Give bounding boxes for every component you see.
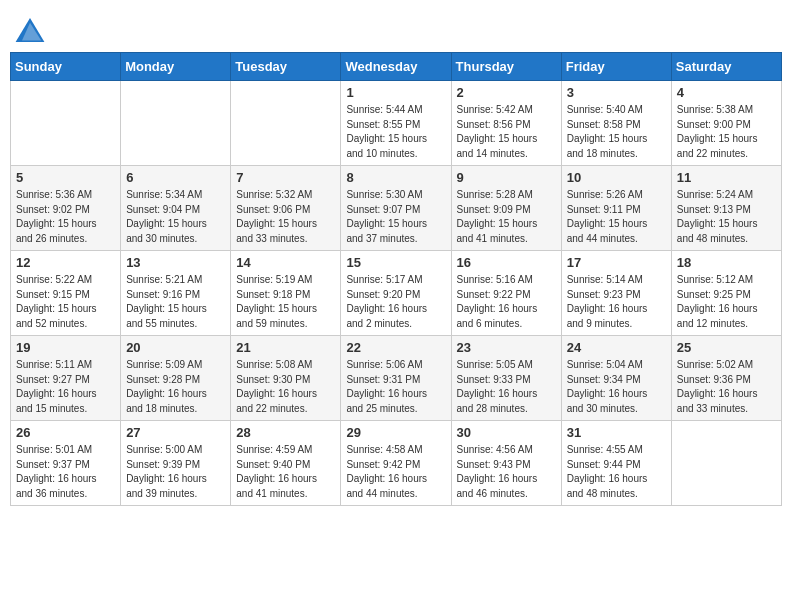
day-number: 4 — [677, 85, 776, 100]
cell-content: Sunrise: 5:21 AM Sunset: 9:16 PM Dayligh… — [126, 273, 225, 331]
cell-content: Sunrise: 5:34 AM Sunset: 9:04 PM Dayligh… — [126, 188, 225, 246]
cell-content: Sunrise: 5:17 AM Sunset: 9:20 PM Dayligh… — [346, 273, 445, 331]
cell-content: Sunrise: 5:42 AM Sunset: 8:56 PM Dayligh… — [457, 103, 556, 161]
cell-content: Sunrise: 5:00 AM Sunset: 9:39 PM Dayligh… — [126, 443, 225, 501]
cell-content: Sunrise: 4:55 AM Sunset: 9:44 PM Dayligh… — [567, 443, 666, 501]
calendar-cell: 23Sunrise: 5:05 AM Sunset: 9:33 PM Dayli… — [451, 336, 561, 421]
cell-content: Sunrise: 5:22 AM Sunset: 9:15 PM Dayligh… — [16, 273, 115, 331]
calendar-cell: 13Sunrise: 5:21 AM Sunset: 9:16 PM Dayli… — [121, 251, 231, 336]
day-number: 31 — [567, 425, 666, 440]
cell-content: Sunrise: 5:01 AM Sunset: 9:37 PM Dayligh… — [16, 443, 115, 501]
calendar-cell: 26Sunrise: 5:01 AM Sunset: 9:37 PM Dayli… — [11, 421, 121, 506]
day-number: 5 — [16, 170, 115, 185]
cell-content: Sunrise: 4:58 AM Sunset: 9:42 PM Dayligh… — [346, 443, 445, 501]
logo-icon — [14, 16, 46, 44]
cell-content: Sunrise: 5:04 AM Sunset: 9:34 PM Dayligh… — [567, 358, 666, 416]
day-number: 15 — [346, 255, 445, 270]
cell-content: Sunrise: 5:19 AM Sunset: 9:18 PM Dayligh… — [236, 273, 335, 331]
calendar-cell: 9Sunrise: 5:28 AM Sunset: 9:09 PM Daylig… — [451, 166, 561, 251]
day-number: 3 — [567, 85, 666, 100]
day-number: 28 — [236, 425, 335, 440]
day-number: 21 — [236, 340, 335, 355]
calendar-cell: 18Sunrise: 5:12 AM Sunset: 9:25 PM Dayli… — [671, 251, 781, 336]
calendar-cell: 3Sunrise: 5:40 AM Sunset: 8:58 PM Daylig… — [561, 81, 671, 166]
calendar-cell: 29Sunrise: 4:58 AM Sunset: 9:42 PM Dayli… — [341, 421, 451, 506]
calendar-week-row: 26Sunrise: 5:01 AM Sunset: 9:37 PM Dayli… — [11, 421, 782, 506]
day-number: 12 — [16, 255, 115, 270]
calendar-header-row: SundayMondayTuesdayWednesdayThursdayFrid… — [11, 53, 782, 81]
cell-content: Sunrise: 5:16 AM Sunset: 9:22 PM Dayligh… — [457, 273, 556, 331]
day-number: 11 — [677, 170, 776, 185]
day-of-week-header: Thursday — [451, 53, 561, 81]
cell-content: Sunrise: 5:44 AM Sunset: 8:55 PM Dayligh… — [346, 103, 445, 161]
cell-content: Sunrise: 5:11 AM Sunset: 9:27 PM Dayligh… — [16, 358, 115, 416]
cell-content: Sunrise: 5:38 AM Sunset: 9:00 PM Dayligh… — [677, 103, 776, 161]
calendar-cell — [671, 421, 781, 506]
cell-content: Sunrise: 5:32 AM Sunset: 9:06 PM Dayligh… — [236, 188, 335, 246]
day-number: 25 — [677, 340, 776, 355]
calendar-table: SundayMondayTuesdayWednesdayThursdayFrid… — [10, 52, 782, 506]
day-number: 1 — [346, 85, 445, 100]
calendar-cell: 2Sunrise: 5:42 AM Sunset: 8:56 PM Daylig… — [451, 81, 561, 166]
calendar-cell: 11Sunrise: 5:24 AM Sunset: 9:13 PM Dayli… — [671, 166, 781, 251]
calendar-cell — [231, 81, 341, 166]
calendar-cell: 22Sunrise: 5:06 AM Sunset: 9:31 PM Dayli… — [341, 336, 451, 421]
cell-content: Sunrise: 5:06 AM Sunset: 9:31 PM Dayligh… — [346, 358, 445, 416]
day-number: 13 — [126, 255, 225, 270]
day-number: 8 — [346, 170, 445, 185]
day-of-week-header: Wednesday — [341, 53, 451, 81]
calendar-cell: 30Sunrise: 4:56 AM Sunset: 9:43 PM Dayli… — [451, 421, 561, 506]
calendar-cell: 19Sunrise: 5:11 AM Sunset: 9:27 PM Dayli… — [11, 336, 121, 421]
day-number: 17 — [567, 255, 666, 270]
day-of-week-header: Friday — [561, 53, 671, 81]
logo — [14, 16, 48, 44]
cell-content: Sunrise: 5:40 AM Sunset: 8:58 PM Dayligh… — [567, 103, 666, 161]
cell-content: Sunrise: 5:05 AM Sunset: 9:33 PM Dayligh… — [457, 358, 556, 416]
calendar-cell: 24Sunrise: 5:04 AM Sunset: 9:34 PM Dayli… — [561, 336, 671, 421]
calendar-week-row: 19Sunrise: 5:11 AM Sunset: 9:27 PM Dayli… — [11, 336, 782, 421]
day-of-week-header: Tuesday — [231, 53, 341, 81]
day-number: 9 — [457, 170, 556, 185]
day-number: 29 — [346, 425, 445, 440]
cell-content: Sunrise: 5:12 AM Sunset: 9:25 PM Dayligh… — [677, 273, 776, 331]
cell-content: Sunrise: 5:30 AM Sunset: 9:07 PM Dayligh… — [346, 188, 445, 246]
calendar-cell: 27Sunrise: 5:00 AM Sunset: 9:39 PM Dayli… — [121, 421, 231, 506]
cell-content: Sunrise: 4:59 AM Sunset: 9:40 PM Dayligh… — [236, 443, 335, 501]
day-number: 20 — [126, 340, 225, 355]
cell-content: Sunrise: 4:56 AM Sunset: 9:43 PM Dayligh… — [457, 443, 556, 501]
day-number: 18 — [677, 255, 776, 270]
calendar-cell: 15Sunrise: 5:17 AM Sunset: 9:20 PM Dayli… — [341, 251, 451, 336]
cell-content: Sunrise: 5:26 AM Sunset: 9:11 PM Dayligh… — [567, 188, 666, 246]
day-number: 16 — [457, 255, 556, 270]
day-number: 30 — [457, 425, 556, 440]
calendar-cell: 12Sunrise: 5:22 AM Sunset: 9:15 PM Dayli… — [11, 251, 121, 336]
day-number: 19 — [16, 340, 115, 355]
calendar-cell: 16Sunrise: 5:16 AM Sunset: 9:22 PM Dayli… — [451, 251, 561, 336]
cell-content: Sunrise: 5:14 AM Sunset: 9:23 PM Dayligh… — [567, 273, 666, 331]
calendar-cell: 10Sunrise: 5:26 AM Sunset: 9:11 PM Dayli… — [561, 166, 671, 251]
day-of-week-header: Saturday — [671, 53, 781, 81]
calendar-cell: 6Sunrise: 5:34 AM Sunset: 9:04 PM Daylig… — [121, 166, 231, 251]
day-number: 23 — [457, 340, 556, 355]
day-number: 22 — [346, 340, 445, 355]
day-number: 6 — [126, 170, 225, 185]
calendar-week-row: 1Sunrise: 5:44 AM Sunset: 8:55 PM Daylig… — [11, 81, 782, 166]
calendar-cell — [11, 81, 121, 166]
calendar-cell: 5Sunrise: 5:36 AM Sunset: 9:02 PM Daylig… — [11, 166, 121, 251]
calendar-cell: 17Sunrise: 5:14 AM Sunset: 9:23 PM Dayli… — [561, 251, 671, 336]
calendar-cell: 31Sunrise: 4:55 AM Sunset: 9:44 PM Dayli… — [561, 421, 671, 506]
calendar-cell: 8Sunrise: 5:30 AM Sunset: 9:07 PM Daylig… — [341, 166, 451, 251]
cell-content: Sunrise: 5:09 AM Sunset: 9:28 PM Dayligh… — [126, 358, 225, 416]
cell-content: Sunrise: 5:24 AM Sunset: 9:13 PM Dayligh… — [677, 188, 776, 246]
calendar-cell: 1Sunrise: 5:44 AM Sunset: 8:55 PM Daylig… — [341, 81, 451, 166]
day-of-week-header: Monday — [121, 53, 231, 81]
day-of-week-header: Sunday — [11, 53, 121, 81]
calendar-cell: 7Sunrise: 5:32 AM Sunset: 9:06 PM Daylig… — [231, 166, 341, 251]
calendar-cell: 25Sunrise: 5:02 AM Sunset: 9:36 PM Dayli… — [671, 336, 781, 421]
calendar-cell: 21Sunrise: 5:08 AM Sunset: 9:30 PM Dayli… — [231, 336, 341, 421]
calendar-cell: 20Sunrise: 5:09 AM Sunset: 9:28 PM Dayli… — [121, 336, 231, 421]
cell-content: Sunrise: 5:02 AM Sunset: 9:36 PM Dayligh… — [677, 358, 776, 416]
day-number: 24 — [567, 340, 666, 355]
calendar-cell: 14Sunrise: 5:19 AM Sunset: 9:18 PM Dayli… — [231, 251, 341, 336]
calendar-cell: 4Sunrise: 5:38 AM Sunset: 9:00 PM Daylig… — [671, 81, 781, 166]
